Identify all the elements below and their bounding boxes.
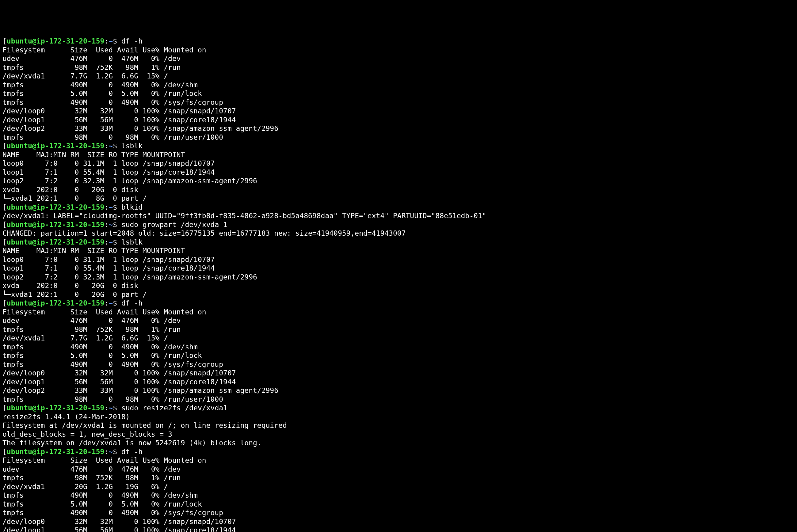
command-text: lsblk — [121, 238, 143, 246]
prompt-bracket: [ — [2, 448, 7, 456]
prompt-colon: : — [104, 404, 109, 412]
output-line: NAME MAJ:MIN RM SIZE RO TYPE MOUNTPOINT — [2, 150, 795, 159]
command-text: lsblk — [121, 142, 143, 150]
prompt-line[interactable]: [ubuntu@ip-172-31-20-159:~$ df -h — [2, 299, 795, 308]
prompt-dollar: $ — [113, 142, 121, 150]
prompt-dollar: $ — [113, 221, 121, 229]
prompt-cwd: ~ — [109, 203, 113, 211]
output-line: tmpfs 490M 0 490M 0% /sys/fs/cgroup — [2, 98, 795, 107]
prompt-cwd: ~ — [109, 221, 113, 229]
prompt-colon: : — [104, 142, 109, 150]
output-line: tmpfs 5.0M 0 5.0M 0% /run/lock — [2, 500, 795, 509]
prompt-line[interactable]: [ubuntu@ip-172-31-20-159:~$ blkid — [2, 203, 795, 212]
prompt-dollar: $ — [113, 404, 121, 412]
prompt-bracket: [ — [2, 221, 7, 229]
prompt-cwd: ~ — [109, 404, 113, 412]
terminal-viewport[interactable]: [ubuntu@ip-172-31-20-159:~$ df -hFilesys… — [2, 37, 795, 532]
output-line: loop2 7:2 0 32.3M 1 loop /snap/amazon-ss… — [2, 273, 795, 282]
output-line: /dev/loop1 56M 56M 0 100% /snap/core18/1… — [2, 116, 795, 125]
prompt-line[interactable]: [ubuntu@ip-172-31-20-159:~$ lsblk — [2, 238, 795, 247]
prompt-bracket: [ — [2, 299, 7, 307]
prompt-line[interactable]: [ubuntu@ip-172-31-20-159:~$ lsblk — [2, 141, 795, 150]
prompt-dollar: $ — [113, 448, 121, 456]
output-line: /dev/loop0 32M 32M 0 100% /snap/snapd/10… — [2, 517, 795, 526]
output-line: xvda 202:0 0 20G 0 disk — [2, 281, 795, 290]
output-line: tmpfs 490M 0 490M 0% /dev/shm — [2, 491, 795, 500]
output-line: /dev/loop1 56M 56M 0 100% /snap/core18/1… — [2, 378, 795, 386]
prompt-user-host: ubuntu@ip-172-31-20-159 — [7, 238, 105, 246]
prompt-cwd: ~ — [109, 238, 113, 246]
output-line: /dev/loop0 32M 32M 0 100% /snap/snapd/10… — [2, 107, 795, 116]
output-line: tmpfs 98M 0 98M 0% /run/user/1000 — [2, 395, 795, 404]
prompt-bracket: [ — [2, 203, 7, 211]
output-line: /dev/xvda1 7.7G 1.2G 6.6G 15% / — [2, 334, 795, 343]
output-line: tmpfs 98M 752K 98M 1% /run — [2, 473, 795, 482]
output-line: loop0 7:0 0 31.1M 1 loop /snap/snapd/107… — [2, 255, 795, 264]
output-line: /dev/xvda1: LABEL="cloudimg-rootfs" UUID… — [2, 211, 795, 220]
prompt-user-host: ubuntu@ip-172-31-20-159 — [7, 404, 105, 412]
output-line: tmpfs 5.0M 0 5.0M 0% /run/lock — [2, 351, 795, 360]
command-text: df -h — [121, 448, 143, 456]
prompt-dollar: $ — [113, 203, 121, 211]
prompt-dollar: $ — [113, 238, 121, 246]
prompt-dollar: $ — [113, 37, 121, 45]
command-text: sudo growpart /dev/xvda 1 — [121, 221, 227, 229]
output-line: /dev/xvda1 20G 1.2G 19G 6% / — [2, 482, 795, 491]
output-line: tmpfs 490M 0 490M 0% /sys/fs/cgroup — [2, 360, 795, 369]
prompt-cwd: ~ — [109, 448, 113, 456]
output-line: The filesystem on /dev/xvda1 is now 5242… — [2, 439, 795, 448]
prompt-line[interactable]: [ubuntu@ip-172-31-20-159:~$ df -h — [2, 37, 795, 46]
prompt-colon: : — [104, 299, 109, 307]
output-line: /dev/loop2 33M 33M 0 100% /snap/amazon-s… — [2, 124, 795, 133]
prompt-user-host: ubuntu@ip-172-31-20-159 — [7, 299, 105, 307]
output-line: tmpfs 490M 0 490M 0% /dev/shm — [2, 343, 795, 352]
output-line: tmpfs 490M 0 490M 0% /sys/fs/cgroup — [2, 508, 795, 517]
output-line: Filesystem Size Used Avail Use% Mounted … — [2, 456, 795, 465]
command-text: sudo resize2fs /dev/xvda1 — [121, 404, 227, 412]
output-line: Filesystem Size Used Avail Use% Mounted … — [2, 46, 795, 55]
output-line: tmpfs 490M 0 490M 0% /dev/shm — [2, 81, 795, 90]
prompt-bracket: [ — [2, 142, 7, 150]
prompt-colon: : — [104, 37, 109, 45]
prompt-user-host: ubuntu@ip-172-31-20-159 — [7, 37, 105, 45]
output-line: udev 476M 0 476M 0% /dev — [2, 465, 795, 474]
output-line: udev 476M 0 476M 0% /dev — [2, 54, 795, 63]
output-line: xvda 202:0 0 20G 0 disk — [2, 185, 795, 194]
output-line: /dev/loop0 32M 32M 0 100% /snap/snapd/10… — [2, 369, 795, 378]
output-line: loop2 7:2 0 32.3M 1 loop /snap/amazon-ss… — [2, 176, 795, 185]
output-line: resize2fs 1.44.1 (24-Mar-2018) — [2, 413, 795, 421]
prompt-colon: : — [104, 238, 109, 246]
prompt-line[interactable]: [ubuntu@ip-172-31-20-159:~$ sudo resize2… — [2, 404, 795, 413]
output-line: tmpfs 5.0M 0 5.0M 0% /run/lock — [2, 89, 795, 98]
output-line: /dev/loop2 33M 33M 0 100% /snap/amazon-s… — [2, 386, 795, 395]
prompt-cwd: ~ — [109, 37, 113, 45]
prompt-cwd: ~ — [109, 142, 113, 150]
prompt-user-host: ubuntu@ip-172-31-20-159 — [7, 203, 105, 211]
output-line: tmpfs 98M 752K 98M 1% /run — [2, 325, 795, 334]
prompt-colon: : — [104, 448, 109, 456]
output-line: Filesystem at /dev/xvda1 is mounted on /… — [2, 421, 795, 430]
output-line: old_desc_blocks = 1, new_desc_blocks = 3 — [2, 430, 795, 439]
output-line: NAME MAJ:MIN RM SIZE RO TYPE MOUNTPOINT — [2, 246, 795, 255]
output-line: loop0 7:0 0 31.1M 1 loop /snap/snapd/107… — [2, 159, 795, 168]
prompt-dollar: $ — [113, 299, 121, 307]
prompt-line[interactable]: [ubuntu@ip-172-31-20-159:~$ sudo growpar… — [2, 220, 795, 229]
prompt-cwd: ~ — [109, 299, 113, 307]
prompt-line[interactable]: [ubuntu@ip-172-31-20-159:~$ df -h — [2, 448, 795, 456]
prompt-colon: : — [104, 203, 109, 211]
prompt-colon: : — [104, 221, 109, 229]
output-line: loop1 7:1 0 55.4M 1 loop /snap/core18/19… — [2, 264, 795, 273]
command-text: df -h — [121, 299, 143, 307]
prompt-bracket: [ — [2, 238, 7, 246]
output-line: loop1 7:1 0 55.4M 1 loop /snap/core18/19… — [2, 168, 795, 177]
output-line: tmpfs 98M 752K 98M 1% /run — [2, 63, 795, 72]
output-line: └─xvda1 202:1 0 20G 0 part / — [2, 290, 795, 299]
prompt-user-host: ubuntu@ip-172-31-20-159 — [7, 221, 105, 229]
command-text: df -h — [121, 37, 143, 45]
prompt-user-host: ubuntu@ip-172-31-20-159 — [7, 448, 105, 456]
output-line: /dev/xvda1 7.7G 1.2G 6.6G 15% / — [2, 72, 795, 81]
output-line: tmpfs 98M 0 98M 0% /run/user/1000 — [2, 133, 795, 142]
output-line: └─xvda1 202:1 0 8G 0 part / — [2, 194, 795, 203]
prompt-bracket: [ — [2, 404, 7, 412]
output-line: udev 476M 0 476M 0% /dev — [2, 316, 795, 325]
